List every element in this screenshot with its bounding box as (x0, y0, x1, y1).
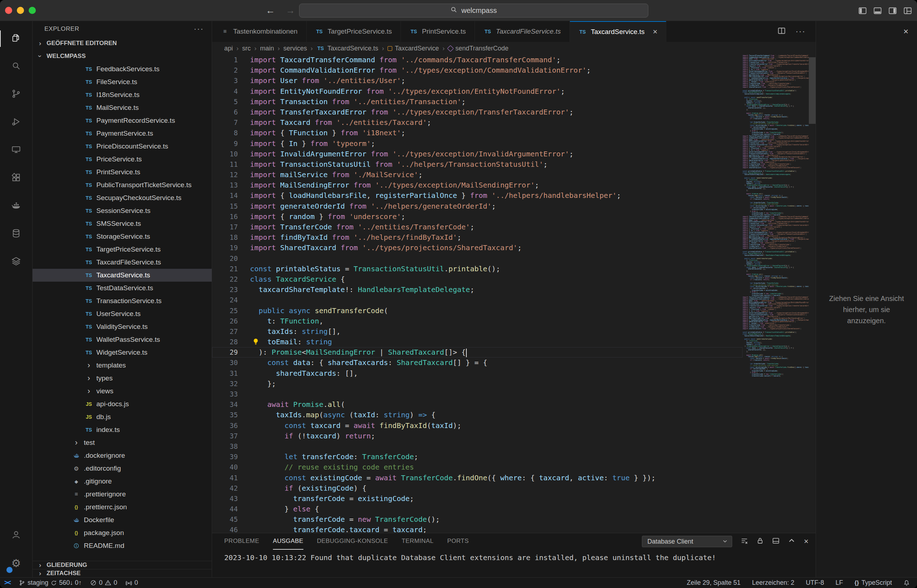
file-row-PaymentRecordService.ts[interactable]: TSPaymentRecordService.ts (32, 114, 212, 127)
file-row-README.md[interactable]: README.md (32, 540, 212, 552)
file-row-WidgetService.ts[interactable]: TSWidgetService.ts (32, 346, 212, 359)
tab-TaxcardService.ts[interactable]: TSTaxcardService.ts× (570, 21, 667, 42)
code-line-30[interactable]: 30 const data: { sharedTaxcards: SharedT… (212, 357, 742, 368)
code-line-35[interactable]: 35 taxIds.map(async (taxId: string) => { (212, 410, 742, 420)
code-line-18[interactable]: 18import findByTaxId from '../helpers/fi… (212, 232, 742, 242)
file-row-PriceService.ts[interactable]: TSPriceService.ts (32, 153, 212, 166)
remote-indicator[interactable]: >< (4, 579, 10, 586)
code-line-36[interactable]: 36 const taxcard = await findByTaxId(tax… (212, 420, 742, 431)
file-row-ValidityService.ts[interactable]: TSValidityService.ts (32, 320, 212, 333)
section-timeline[interactable]: › ZEITACHSE (32, 569, 212, 577)
activitybar-source-control[interactable] (0, 81, 32, 108)
toggle-primary-sidebar-icon[interactable] (858, 6, 867, 15)
code-line-43[interactable]: 43 transferCode = existingCode; (212, 494, 742, 504)
open-panel-editor-icon[interactable] (772, 537, 779, 546)
file-row-package.json[interactable]: {}package.json (32, 527, 212, 540)
close-panel-icon[interactable]: × (804, 538, 808, 545)
file-row-TransactionService.ts[interactable]: TSTransactionService.ts (32, 294, 212, 307)
file-row-WalletPassService.ts[interactable]: TSWalletPassService.ts (32, 333, 212, 346)
encoding[interactable]: UTF-8 (805, 579, 824, 586)
close-window-button[interactable] (5, 7, 12, 14)
lock-scrolling-icon[interactable] (757, 537, 764, 546)
code-line-41[interactable]: 41 const existingCode = await TransferCo… (212, 473, 742, 483)
file-row-.dockerignore[interactable]: .dockerignore (32, 449, 212, 462)
tab-Tastenkombinationen[interactable]: ≡Tastenkombinationen (212, 21, 306, 42)
toggle-panel-icon[interactable] (873, 6, 882, 15)
notifications-bell[interactable] (903, 580, 910, 586)
section-open-editors[interactable]: › GEÖFFNETE EDITOREN (32, 37, 212, 50)
panel-tab-DEBUGGING-KONSOLE[interactable]: DEBUGGING-KONSOLE (317, 533, 388, 550)
file-row-templates[interactable]: ›templates (32, 359, 212, 372)
code-line-4[interactable]: 4import EntityNotFoundError from '../typ… (212, 86, 742, 97)
close-secondary-sidebar-icon[interactable]: × (903, 26, 909, 37)
section-outline[interactable]: › GLIEDERUNG (32, 561, 212, 569)
code-line-9[interactable]: 9import { In } from 'typeorm'; (212, 139, 742, 149)
code-line-20[interactable]: 20 (212, 254, 742, 264)
file-row-I18nService.ts[interactable]: TSI18nService.ts (32, 89, 212, 101)
code-line-44[interactable]: 44 } else { (212, 504, 742, 514)
code-line-7[interactable]: 7import Taxcard from '../entities/Taxcar… (212, 117, 742, 128)
code-line-12[interactable]: 12import mailService from './MailService… (212, 170, 742, 180)
code-line-10[interactable]: 10import InvalidArgumentError from '../t… (212, 149, 742, 159)
file-row-UserService.ts[interactable]: TSUserService.ts (32, 307, 212, 320)
panel-tab-PORTS[interactable]: PORTS (447, 533, 468, 550)
tab-TargetPriceService.ts[interactable]: TSTargetPriceService.ts (306, 21, 401, 42)
code-line-19[interactable]: 19import SharedTaxcard from '../types/pr… (212, 242, 742, 253)
activitybar-settings[interactable]: ⚙ (0, 549, 32, 577)
code-line-5[interactable]: 5import Transaction from '../entities/Tr… (212, 97, 742, 107)
code-line-16[interactable]: 16import { random } from 'underscore'; (212, 212, 742, 222)
file-row-api-docs.js[interactable]: JSapi-docs.js (32, 397, 212, 410)
customize-layout-icon[interactable] (903, 6, 912, 15)
code-line-40[interactable]: 40 // reuse existing code entries (212, 462, 742, 472)
file-row-TaxcardService.ts[interactable]: TSTaxcardService.ts (32, 269, 212, 282)
breadcrumb-item[interactable]: api (224, 45, 233, 52)
nav-back-button[interactable]: ← (266, 5, 275, 16)
code-line-27[interactable]: 27 taxIds: string[], (212, 326, 742, 337)
activitybar-search[interactable] (0, 53, 32, 81)
code-line-2[interactable]: 2import CommandValidationError from '../… (212, 65, 742, 76)
file-row-db.js[interactable]: JSdb.js (32, 410, 212, 423)
code-line-6[interactable]: 6import TransferTaxcardError from '../ty… (212, 107, 742, 117)
code-line-42[interactable]: 42 if (existingCode) { (212, 483, 742, 494)
panel-tab-AUSGABE[interactable]: AUSGABE (273, 533, 303, 550)
code-line-15[interactable]: 15import generateOrderId from '../helper… (212, 201, 742, 212)
code-line-37[interactable]: 37 if (!taxcard) return; (212, 431, 742, 441)
file-row-SMSService.ts[interactable]: TSSMSService.ts (32, 217, 212, 230)
code-line-38[interactable]: 38 (212, 441, 742, 452)
activitybar-extensions[interactable] (0, 164, 32, 192)
code-line-46[interactable]: 46 transferCode.taxcard = taxcard; (212, 525, 742, 533)
file-row-Dockerfile[interactable]: Dockerfile (32, 514, 212, 527)
eol-sequence[interactable]: LF (835, 579, 843, 586)
activitybar-run-debug[interactable] (0, 108, 32, 136)
file-row-.prettierrc.json[interactable]: {}.prettierrc.json (32, 501, 212, 514)
code-line-45[interactable]: 45 transferCode = new TransferCode(); (212, 514, 742, 525)
output-channel-select[interactable]: Database Client (642, 536, 732, 547)
code-line-13[interactable]: 13import MailSendingError from '../types… (212, 180, 742, 191)
code-line-31[interactable]: 31 sharedTaxcards: [], (212, 368, 742, 379)
file-row-PriceDiscountService.ts[interactable]: TSPriceDiscountService.ts (32, 140, 212, 153)
activitybar-explorer[interactable] (0, 25, 32, 53)
toggle-secondary-sidebar-icon[interactable] (888, 6, 897, 15)
code-line-8[interactable]: 8import { TFunction } from 'i18next'; (212, 128, 742, 138)
file-row-types[interactable]: ›types (32, 372, 212, 385)
ports-status[interactable]: 0 (126, 579, 138, 586)
breadcrumb-item[interactable]: sendTransferCode (448, 45, 508, 52)
cursor-position[interactable]: Zeile 29, Spalte 51 (687, 579, 740, 586)
file-row-TestDataService.ts[interactable]: TSTestDataService.ts (32, 282, 212, 294)
breadcrumb-item[interactable]: TaxcardService (387, 45, 439, 52)
code-line-25[interactable]: 25 public async sendTransferCode( (212, 305, 742, 316)
breadcrumb-item[interactable]: services (284, 45, 307, 52)
language-mode[interactable]: {} TypeScript (855, 579, 892, 586)
file-row-TargetPriceService.ts[interactable]: TSTargetPriceService.ts (32, 243, 212, 256)
code-line-23[interactable]: 23 taxcardShareTemplate!: HandlebarsTemp… (212, 284, 742, 295)
tab-TaxcardFileService.ts[interactable]: TSTaxcardFileService.ts (475, 21, 570, 42)
code-line-17[interactable]: 17import TransferCode from '../entities/… (212, 222, 742, 232)
code-line-39[interactable]: 39 let transferCode: TransferCode; (212, 452, 742, 462)
code-line-32[interactable]: 32 }; (212, 379, 742, 389)
editor-more-actions-icon[interactable]: ··· (795, 27, 805, 36)
section-workspace[interactable]: › WELCMPASS (32, 50, 212, 63)
lightbulb-icon[interactable] (252, 338, 259, 347)
nav-forward-button[interactable]: → (286, 5, 295, 16)
code-line-3[interactable]: 3import User from '../entities/User'; (212, 76, 742, 86)
code-line-11[interactable]: 11import TransactionStatusUtil from '../… (212, 159, 742, 170)
